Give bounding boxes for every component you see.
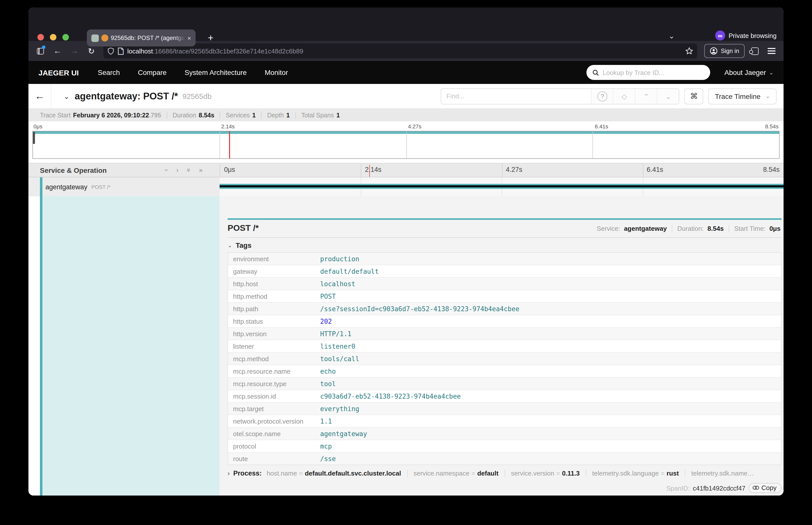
tag-row[interactable]: mcp.resource.name echo bbox=[228, 365, 781, 377]
maximize-window-button[interactable] bbox=[62, 34, 69, 41]
tag-row[interactable]: http.version HTTP/1.1 bbox=[228, 327, 781, 340]
about-jaeger-menu[interactable]: About Jaeger ⌄ bbox=[724, 69, 774, 76]
span-detail-card: POST /* Service: agentgateway Duration: … bbox=[228, 218, 782, 477]
sign-in-label: Sign in bbox=[721, 47, 739, 55]
keyboard-shortcuts-button[interactable]: ⌘ bbox=[685, 88, 703, 104]
expand-all-icon[interactable]: » bbox=[185, 168, 192, 172]
tab-close-icon[interactable]: × bbox=[187, 34, 191, 42]
list-tabs-chevron-icon[interactable]: ⌄ bbox=[669, 31, 675, 41]
nav-item-search[interactable]: Search bbox=[98, 69, 120, 76]
tag-value: production bbox=[315, 253, 781, 265]
next-result-button[interactable]: ⌄ bbox=[657, 89, 679, 104]
tags-accordion-header[interactable]: ⌄ Tags bbox=[228, 241, 782, 249]
minimize-window-button[interactable] bbox=[50, 34, 57, 41]
tag-row[interactable]: gateway default/default bbox=[228, 265, 781, 278]
span-name-cell[interactable]: agentgateway POST /* bbox=[29, 177, 220, 196]
tag-row[interactable]: route /sse bbox=[228, 452, 781, 465]
trace-lookup-input[interactable] bbox=[603, 69, 704, 76]
equals-sign: = bbox=[556, 469, 560, 477]
summary-label: Depth bbox=[267, 111, 284, 119]
copy-span-id-button[interactable]: Copy bbox=[748, 483, 782, 493]
find-input[interactable] bbox=[441, 89, 591, 104]
desktop: 92565db: POST /* (agentgate × + ⌄ ∞ Priv… bbox=[0, 0, 812, 525]
collapse-all-icon[interactable]: › bbox=[163, 169, 170, 171]
link-icon bbox=[752, 485, 759, 490]
span-operation-name: POST /* bbox=[91, 184, 111, 190]
tag-key: http.path bbox=[228, 302, 315, 315]
span-meta-item: Duration: 8.54s bbox=[672, 225, 724, 232]
page-permissions-icon[interactable] bbox=[118, 47, 124, 55]
collapse-one-icon[interactable]: » bbox=[199, 166, 203, 174]
process-item: telemetry.sdk.name… bbox=[685, 469, 754, 477]
close-window-button[interactable] bbox=[37, 34, 44, 41]
minimap-canvas[interactable] bbox=[32, 131, 780, 159]
equals-sign: = bbox=[471, 469, 475, 477]
tag-key: route bbox=[228, 452, 315, 465]
tag-row[interactable]: http.path /sse?sessionId=c903a6d7-eb52-4… bbox=[228, 302, 781, 315]
nav-item-monitor[interactable]: Monitor bbox=[265, 69, 288, 76]
tag-row[interactable]: http.method POST bbox=[228, 290, 781, 302]
focus-span-button[interactable]: ◇ bbox=[613, 89, 635, 104]
tag-row[interactable]: mcp.method tools/call bbox=[228, 352, 781, 365]
span-row[interactable]: agentgateway POST /* bbox=[29, 177, 783, 196]
bookmark-star-icon[interactable] bbox=[686, 47, 693, 55]
process-accordion-header[interactable]: › Process: host.name =default.default.sv… bbox=[228, 469, 782, 477]
process-item: host.name =default.default.svc.cluster.l… bbox=[267, 469, 401, 477]
collapse-trace-chevron-icon[interactable]: ⌄ bbox=[63, 92, 69, 101]
span-bar-core bbox=[220, 185, 783, 187]
minimap-tick: 8.54s bbox=[765, 123, 779, 130]
expand-one-icon[interactable]: › bbox=[176, 166, 178, 174]
span-detail-left-gutter bbox=[29, 196, 220, 496]
trace-lookup-box[interactable] bbox=[587, 65, 710, 80]
new-tab-button[interactable]: + bbox=[203, 29, 218, 46]
minimap-tick-labels: 0μs2.14s4.27s6.41s8.54s bbox=[32, 123, 780, 131]
span-service-name: agentgateway bbox=[45, 183, 87, 191]
span-timeline-cell[interactable] bbox=[220, 177, 783, 196]
window-controls[interactable] bbox=[37, 34, 69, 41]
browser-tab[interactable]: 92565db: POST /* (agentgate × bbox=[87, 29, 196, 46]
find-help-button[interactable]: ? bbox=[591, 89, 613, 104]
back-to-search-button[interactable]: ← bbox=[29, 84, 51, 108]
tag-row[interactable]: mcp.session.id c903a6d7-eb52-4138-9223-9… bbox=[228, 390, 781, 402]
reload-button[interactable]: ↻ bbox=[84, 44, 98, 58]
back-button[interactable]: ← bbox=[50, 44, 64, 58]
tag-row[interactable]: environment production bbox=[228, 253, 781, 265]
span-detail-panel: POST /* Service: agentgateway Duration: … bbox=[220, 196, 783, 496]
jaeger-brand[interactable]: JAEGER UI bbox=[38, 68, 79, 77]
sign-in-button[interactable]: Sign in bbox=[704, 44, 745, 58]
tag-row[interactable]: http.status 202 bbox=[228, 315, 781, 327]
tag-row[interactable]: mcp.target everything bbox=[228, 402, 781, 415]
tag-row[interactable]: mcp.resource.type tool bbox=[228, 377, 781, 390]
ruler-tick: 6.41s bbox=[647, 166, 663, 173]
tag-value: HTTP/1.1 bbox=[315, 327, 781, 340]
menu-button[interactable] bbox=[765, 44, 779, 58]
nav-item-system-architecture[interactable]: System Architecture bbox=[185, 69, 247, 76]
tag-row[interactable]: listener listener0 bbox=[228, 340, 781, 352]
process-key: telemetry.sdk.name… bbox=[691, 469, 754, 477]
span-duration-bar[interactable] bbox=[220, 184, 783, 189]
sidebar-toggle-button[interactable] bbox=[33, 44, 47, 58]
process-item: service.version =0.11.3 bbox=[504, 469, 580, 477]
service-operation-header: Service & Operation › › » » bbox=[29, 163, 220, 177]
tag-row[interactable]: protocol mcp bbox=[228, 440, 781, 452]
span-color-accent bbox=[40, 196, 43, 496]
search-icon bbox=[593, 69, 599, 76]
prev-result-button[interactable]: ⌃ bbox=[635, 89, 657, 104]
tag-value: everything bbox=[315, 402, 781, 415]
process-value: rust bbox=[667, 469, 679, 477]
tag-row[interactable]: otel.scope.name agentgateway bbox=[228, 427, 781, 440]
summary-suffix: .795 bbox=[149, 111, 161, 119]
extensions-button[interactable] bbox=[748, 44, 762, 58]
fox-emoji-icon bbox=[101, 34, 108, 42]
trace-view-select[interactable]: Trace Timeline ⌄ bbox=[708, 88, 777, 104]
private-browsing-label: Private browsing bbox=[729, 32, 777, 39]
ruler-tick: 0μs bbox=[224, 166, 235, 173]
minimap-drag-handle[interactable] bbox=[33, 132, 35, 144]
minimap-tick: 0μs bbox=[33, 123, 43, 130]
nav-item-compare[interactable]: Compare bbox=[138, 69, 167, 76]
tag-row[interactable]: http.host localhost bbox=[228, 278, 781, 290]
summary-item: Depth 1 bbox=[261, 111, 290, 119]
summary-value: February 6 2026, 09:10:22 bbox=[73, 111, 149, 119]
tag-row[interactable]: network.protocol.version 1.1 bbox=[228, 415, 781, 427]
jaeger-navbar: JAEGER UI SearchCompareSystem Architectu… bbox=[29, 61, 783, 84]
